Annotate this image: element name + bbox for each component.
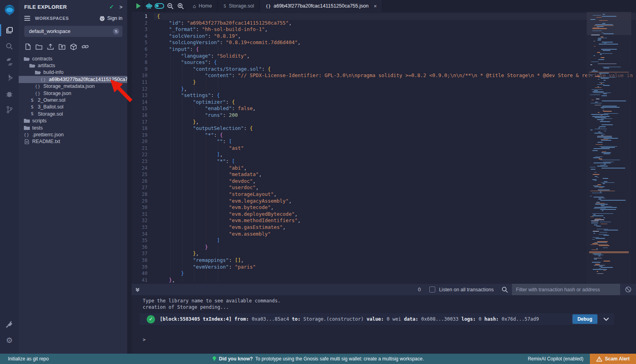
terminal-search-icon[interactable] [502,287,508,293]
minimap-line [593,148,610,149]
minimap-line [592,239,595,240]
minimap-line [603,162,614,163]
minimap-line [594,25,614,26]
upload-file-icon[interactable] [47,43,54,52]
link-icon[interactable] [81,43,89,52]
tab-home[interactable]: ⌂Home [187,0,218,12]
hamburger-menu-icon[interactable] [24,15,30,22]
minimap-line [597,86,599,87]
code-line: "input": { [154,46,636,53]
minimap-line [595,219,601,219]
tree-item-contracts[interactable]: contracts [19,55,127,62]
minimap-line [597,177,599,178]
copilot-status[interactable]: RemixAI Copilot (enabled) [528,356,584,362]
terminal[interactable]: Type the library name to see available c… [132,295,636,354]
new-folder-icon[interactable] [35,43,43,52]
minimap-line [593,237,599,238]
sol-icon: S [223,4,226,9]
minimap[interactable] [587,12,631,284]
tree-item-storage-metadata-json[interactable]: {}Storage_metadata.json [19,83,127,90]
deploy-run-icon[interactable] [0,70,19,86]
minimap-line [593,93,611,93]
transaction-log-row[interactable]: ✓ [block:5583405 txIndex:4] from: 0xa03.… [140,313,614,325]
tree-item-readme-txt[interactable]: README.txt [19,138,127,145]
line-number: 36 [132,244,154,251]
chevron-right-icon[interactable]: > [119,4,122,10]
tree-item-artifacts[interactable]: artifacts [19,62,127,69]
remix-logo-icon[interactable] [0,2,19,18]
clear-console-icon[interactable] [620,286,636,293]
code-line: "*": { [154,132,636,139]
minimap-line [601,147,615,148]
tree-item-storage-sol[interactable]: SStorage.sol [19,110,127,117]
tree-item--prettierrc-json[interactable]: {}.prettierrc.json [19,131,127,138]
tree-item-label: 2_Owner.sol [38,97,65,103]
search-icon[interactable] [0,38,19,54]
minimap-line [600,121,610,122]
file-explorer-icon[interactable] [0,22,19,38]
editor-tab-bar: ⌂HomeSStorage.sol{}a69b43f277ba20fcac141… [132,0,636,12]
line-number: 39 [132,264,154,271]
close-icon[interactable]: × [374,3,377,9]
expand-terminal-icon[interactable] [135,287,140,292]
transaction-filter-input[interactable] [512,284,620,295]
zoom-in-icon[interactable] [175,0,186,12]
minimap-line [604,181,607,182]
minimap-line [603,33,614,34]
run-script-button[interactable] [133,0,143,12]
expand-transaction-icon[interactable] [603,317,609,321]
scam-alert-badge[interactable]: Scam Alert [590,354,636,364]
tab-a69b43f277ba20fcac141151250ca755-json[interactable]: {}a69b43f277ba20fcac141151250ca755.json× [260,0,383,12]
minimap-line [604,230,618,230]
minimap-line [593,174,599,175]
terminal-prompt[interactable]: > [143,337,145,343]
code-line: "settings": { [154,92,636,99]
code-line: "remappings": [], [154,257,636,264]
new-file-icon[interactable] [25,43,31,52]
debugger-icon[interactable] [0,86,19,102]
folder-open-icon [23,56,30,61]
settings-gear-icon[interactable]: ⚙ [0,332,19,348]
tree-item-3-ballot-sol[interactable]: S3_Ballot.sol [19,104,127,110]
tree-item-scripts[interactable]: scripts [19,118,127,124]
minimap-line [603,93,607,94]
tab-storage-sol[interactable]: SStorage.sol [218,0,260,12]
minimap-line [596,202,600,203]
debug-button[interactable]: Debug [572,314,597,324]
zoom-out-icon[interactable] [165,0,175,12]
minimap-line [601,205,605,206]
plugin-manager-icon[interactable] [0,316,19,332]
tree-item-a69b43f277ba20fcac141151250ca7-[interactable]: {}a69b43f277ba20fcac141151250ca7... [19,76,127,83]
listen-all-checkbox[interactable] [429,287,435,292]
minimap-line [601,115,603,116]
line-number: 8 [132,59,154,66]
minimap-line [596,99,599,99]
minimap-line [594,219,604,220]
ai-copilot-robot-icon[interactable] [144,0,154,12]
code-editor[interactable]: 1234567891011121314151617181920212223242… [132,12,636,284]
home-icon: ⌂ [193,3,196,9]
line-number: 41 [132,277,154,284]
panel-resize-handle[interactable] [127,0,132,354]
minimap-line [598,77,616,78]
code-line: "evmVersion": "paris" [154,264,636,271]
code-line: ], [154,151,636,158]
workspace-select[interactable]: default_workspace ⇅ [24,26,122,37]
tree-item-tests[interactable]: tests [19,124,127,131]
tree-item-storage-json[interactable]: {}Storage.json [19,90,127,97]
solidity-compiler-icon[interactable] [0,54,19,70]
upload-folder-icon[interactable] [58,43,66,52]
github-signin-button[interactable]: Sign in [99,15,122,21]
minimap-line [600,54,602,55]
git-icon[interactable] [0,102,19,118]
check-icon[interactable]: ✓ [109,4,114,10]
ipfs-box-icon[interactable] [70,43,77,52]
copilot-toggle[interactable] [154,0,165,12]
tree-item-build-info[interactable]: build-info [19,69,127,76]
minimap-line [590,196,592,197]
minimap-line [603,178,608,179]
minimap-line [590,64,592,65]
init-git-repo-button[interactable]: Initialize as git repo [0,356,49,362]
minimap-line [603,80,606,81]
tree-item-2-owner-sol[interactable]: S2_Owner.sol [19,97,127,103]
